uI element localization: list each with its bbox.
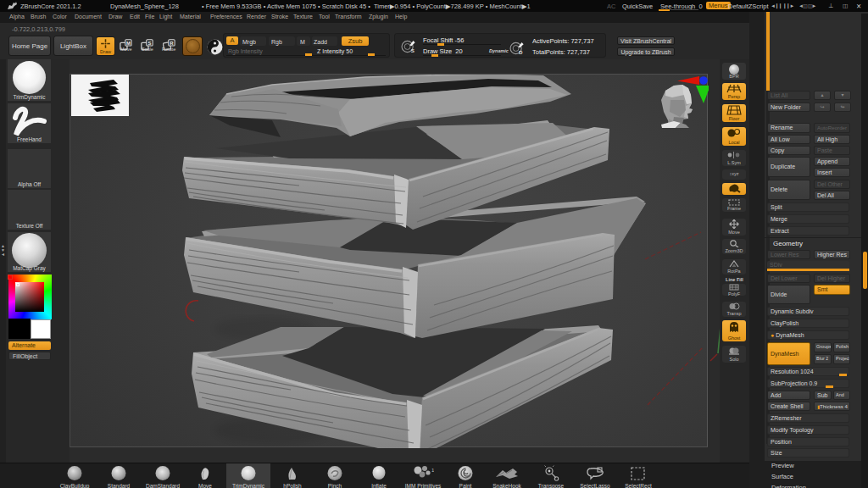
svg-text:R: R <box>170 41 174 46</box>
svg-text:S: S <box>411 47 415 53</box>
svg-text:14: 14 <box>431 468 434 473</box>
svg-text:M: M <box>126 41 131 46</box>
svg-text:D: D <box>519 49 523 55</box>
svg-text:S: S <box>147 41 151 46</box>
